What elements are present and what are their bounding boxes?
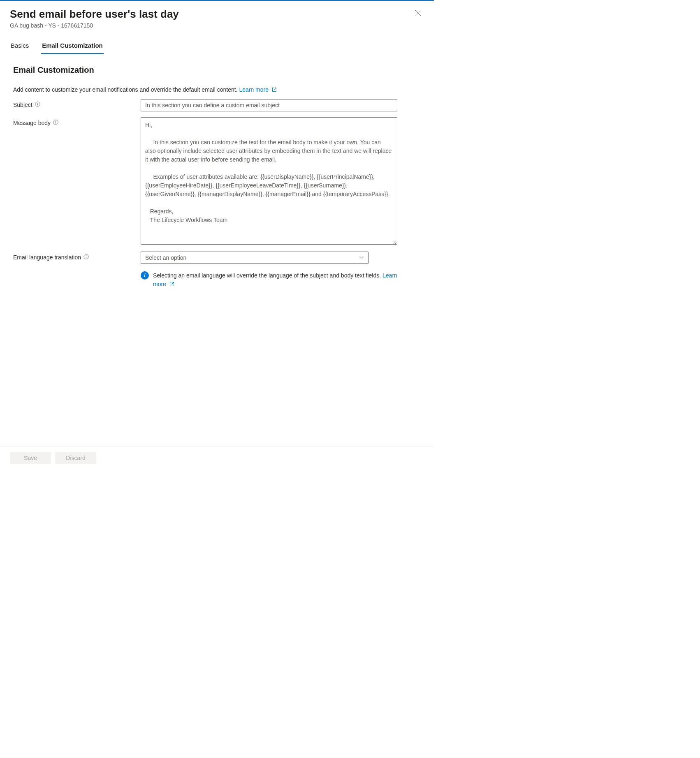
email-language-select[interactable]: Select an option (141, 252, 369, 264)
learn-more-link[interactable]: Learn more (239, 86, 276, 93)
info-badge-icon: i (141, 271, 149, 280)
email-language-label-text: Email language translation (13, 254, 81, 261)
svg-point-3 (37, 103, 38, 103)
external-link-icon (169, 280, 174, 289)
svg-point-6 (56, 121, 56, 121)
footer: Save Discard (0, 446, 434, 469)
section-description: Add content to customize your email noti… (13, 86, 424, 93)
subject-label-text: Subject (13, 102, 32, 108)
subject-input[interactable] (141, 99, 397, 111)
tab-email-customization[interactable]: Email Customization (41, 42, 104, 54)
info-icon[interactable] (53, 120, 58, 125)
language-info-text: Selecting an email language will overrid… (153, 271, 397, 289)
close-icon (415, 10, 422, 18)
external-link-icon (272, 87, 277, 93)
section-title: Email Customization (13, 65, 424, 75)
description-text: Add content to customize your email noti… (13, 86, 238, 93)
info-icon[interactable] (35, 102, 40, 107)
save-button[interactable]: Save (10, 452, 51, 464)
tabs: Basics Email Customization (10, 42, 424, 54)
language-info-text-content: Selecting an email language will overrid… (153, 272, 381, 279)
subject-label: Subject (13, 99, 141, 111)
message-body-label-text: Message body (13, 120, 51, 126)
discard-button[interactable]: Discard (55, 452, 96, 464)
svg-point-9 (86, 255, 86, 256)
page-title: Send email before user's last day (10, 7, 179, 21)
tab-basics[interactable]: Basics (10, 42, 30, 54)
close-button[interactable] (413, 7, 424, 20)
info-icon[interactable] (83, 254, 89, 259)
learn-more-label: Learn more (239, 86, 269, 93)
message-body-input[interactable] (141, 117, 397, 245)
page-subtitle: GA bug bash - YS - 1676617150 (10, 22, 179, 29)
message-body-label: Message body (13, 117, 141, 246)
email-language-label: Email language translation (13, 252, 141, 289)
